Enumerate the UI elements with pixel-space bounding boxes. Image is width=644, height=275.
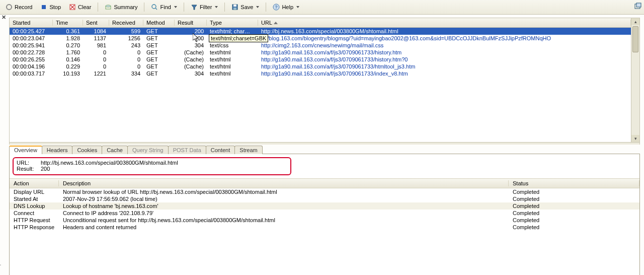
- clear-label: Clear: [78, 4, 91, 10]
- col-result[interactable]: Result: [175, 20, 207, 26]
- action-row[interactable]: HTTP ResponseHeaders and content returne…: [10, 224, 639, 231]
- stop-button[interactable]: Stop: [37, 2, 64, 12]
- record-icon: [6, 4, 13, 11]
- cell: http://g1a90.mail.163.com/a/f/js3/070906…: [258, 71, 631, 77]
- cell: Completed: [509, 189, 639, 195]
- scroll-down-icon[interactable]: ▾: [631, 135, 639, 142]
- svg-point-6: [106, 5, 111, 7]
- result-label: Result:: [17, 166, 38, 172]
- overview-pane: URL:http://bj.news.163.com/special/00380…: [9, 154, 640, 275]
- svg-line-8: [155, 8, 157, 10]
- col-type[interactable]: Type: [207, 20, 258, 26]
- cell: 0: [83, 49, 109, 55]
- request-grid: Started Time Sent Received Method Result…: [9, 18, 640, 143]
- tab-cookies[interactable]: Cookies: [72, 146, 102, 154]
- svg-rect-11: [233, 5, 236, 7]
- save-icon: [231, 4, 238, 11]
- cell: 00:00:22.728: [10, 49, 53, 55]
- svg-text:?: ?: [275, 5, 278, 10]
- table-row[interactable]: 00:00:26.2550.14600GET(Cache)text/htmlht…: [10, 56, 631, 63]
- sort-asc-icon: [274, 22, 278, 24]
- grid-body: 00:00:25.4270.3611084599GET200text/html;…: [10, 28, 631, 77]
- cell: GET: [143, 49, 175, 55]
- scroll-thumb[interactable]: [632, 26, 638, 52]
- cell: Completed: [509, 217, 639, 223]
- col-received[interactable]: Received: [109, 20, 143, 26]
- tab-overview[interactable]: Overview: [9, 146, 42, 154]
- table-row[interactable]: 00:00:23.0471.92811371256GET200text/html…: [10, 35, 631, 42]
- cell: Normal browser lookup of URL http://bj.n…: [59, 189, 509, 195]
- cell: GET: [143, 42, 175, 48]
- action-row[interactable]: Display URLNormal browser lookup of URL …: [10, 188, 639, 195]
- url-value: http://bj.news.163.com/special/003800GM/…: [41, 160, 178, 166]
- help-label: Help: [282, 4, 293, 10]
- col-status[interactable]: Status: [509, 180, 639, 186]
- vertical-scrollbar[interactable]: ▴ ▾: [631, 18, 639, 142]
- toolbar: Record Stop Clear Summary Find Filter Sa…: [0, 0, 644, 15]
- separator: [184, 3, 184, 12]
- table-row[interactable]: 00:00:25.4270.3611084599GET200text/html;…: [10, 28, 631, 35]
- col-time[interactable]: Time: [53, 20, 83, 26]
- restore-icon[interactable]: [634, 2, 642, 10]
- help-button[interactable]: ? Help: [269, 2, 303, 12]
- col-sent[interactable]: Sent: [83, 20, 109, 26]
- action-row[interactable]: ConnectConnect to IP address '202.108.9.…: [10, 210, 639, 217]
- cell: 200: [175, 35, 207, 41]
- cell: 243: [109, 42, 143, 48]
- chevron-down-icon[interactable]: [256, 6, 259, 8]
- type-tooltip: text/html;charset=GBK: [209, 34, 268, 42]
- cell: 1.760: [53, 49, 83, 55]
- cell: 334: [109, 71, 143, 77]
- cell: (Cache): [175, 56, 207, 62]
- summary-button[interactable]: Summary: [101, 2, 141, 12]
- save-label: Save: [240, 4, 253, 10]
- col-method[interactable]: Method: [143, 20, 175, 26]
- tab-stream[interactable]: Stream: [234, 146, 262, 154]
- cell: text/html: [207, 71, 258, 77]
- col-action[interactable]: Action: [10, 180, 59, 186]
- action-row[interactable]: HTTP RequestUnconditional request sent f…: [10, 217, 639, 224]
- cell: (Cache): [175, 49, 207, 55]
- clear-icon: [69, 4, 76, 11]
- col-description[interactable]: Description: [59, 180, 509, 186]
- splitter[interactable]: [9, 143, 640, 145]
- cell: Lookup of hostname 'bj.news.163.com': [59, 203, 509, 209]
- chevron-down-icon[interactable]: [215, 6, 218, 8]
- tab-headers[interactable]: Headers: [42, 146, 73, 154]
- save-button[interactable]: Save: [228, 2, 263, 12]
- col-url[interactable]: URL: [258, 20, 631, 26]
- filter-button[interactable]: Filter: [187, 2, 221, 12]
- tab-content[interactable]: Content: [206, 146, 235, 154]
- cell: 1.928: [53, 35, 83, 41]
- cell: text/html; char…: [207, 28, 258, 34]
- tab-cache[interactable]: Cache: [102, 146, 128, 154]
- cell: HTTP Response: [10, 224, 59, 230]
- find-button[interactable]: Find: [147, 2, 180, 12]
- cell: Display URL: [10, 189, 59, 195]
- table-row[interactable]: 00:00:22.7281.76000GET(Cache)text/htmlht…: [10, 49, 631, 56]
- cell: 2007-Nov-29 17:56:59.062 (local time): [59, 196, 509, 202]
- url-label: URL:: [17, 160, 38, 166]
- cell: 00:00:03.717: [10, 71, 53, 77]
- chevron-down-icon[interactable]: [174, 6, 177, 8]
- close-panel-button[interactable]: ✕: [0, 14, 7, 21]
- table-row[interactable]: 00:00:25.9410.270981243GET304text/csshtt…: [10, 42, 631, 49]
- scroll-up-icon[interactable]: ▴: [631, 18, 639, 25]
- cell: 1221: [83, 71, 109, 77]
- cell: http://g1a90.mail.163.com/a/f/js3/070906…: [258, 63, 631, 70]
- table-row[interactable]: 00:00:04.1960.22900GET(Cache)text/htmlht…: [10, 63, 631, 70]
- svg-point-0: [7, 5, 12, 10]
- table-row[interactable]: 00:00:03.71710.1931221334GET304text/html…: [10, 70, 631, 77]
- clear-button[interactable]: Clear: [65, 2, 95, 12]
- record-button[interactable]: Record: [2, 2, 36, 12]
- app-title: HttpWatch Professional 4.2: [0, 211, 1, 272]
- cell: 1137: [83, 35, 109, 41]
- col-started[interactable]: Started: [10, 20, 53, 26]
- cell: Completed: [509, 210, 639, 216]
- svg-marker-9: [192, 5, 197, 10]
- chevron-down-icon[interactable]: [296, 6, 299, 8]
- action-row[interactable]: DNS LookupLookup of hostname 'bj.news.16…: [10, 202, 639, 210]
- action-row[interactable]: Started At2007-Nov-29 17:56:59.062 (loca…: [10, 195, 639, 202]
- cell: http://g1a90.mail.163.com/a/f/js3/070906…: [258, 56, 631, 62]
- summary-icon: [105, 4, 112, 11]
